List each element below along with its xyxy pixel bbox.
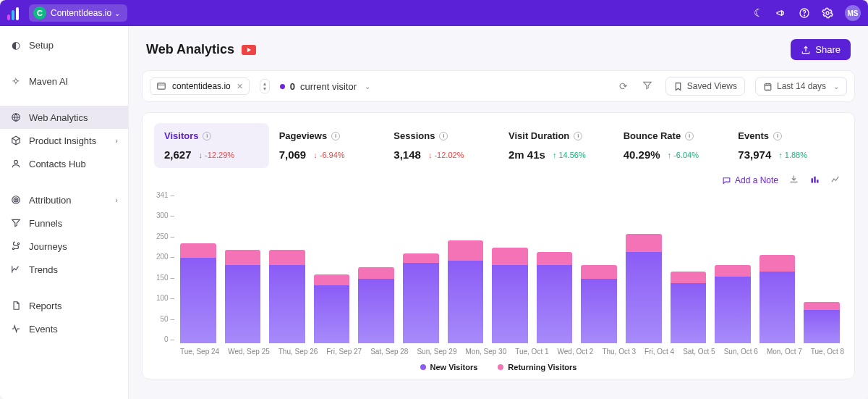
bookmark-icon <box>673 82 683 91</box>
legend-new-visitors[interactable]: New Visitors <box>420 363 478 371</box>
bar[interactable] <box>804 302 840 343</box>
kpi-bounce-rate[interactable]: Bounce Ratei40.29%↑ -6.04% <box>613 123 728 168</box>
bar-chart-icon[interactable] <box>809 174 820 187</box>
help-icon[interactable] <box>799 7 810 19</box>
moon-icon[interactable]: ☾ <box>752 7 764 19</box>
sidebar: ◐ Setup ✧ Maven AI Web Analytics Product… <box>0 26 129 399</box>
calendar-icon <box>763 82 773 91</box>
chevron-down-icon: ⌄ <box>114 9 120 17</box>
megaphone-icon[interactable] <box>775 7 787 19</box>
page-title: Web Analytics <box>146 42 234 57</box>
svg-rect-10 <box>158 83 166 89</box>
live-visitors[interactable]: 0 current visitor ⌄ <box>280 81 370 92</box>
document-icon <box>10 300 22 311</box>
page-header: Web Analytics Share <box>129 26 868 70</box>
live-dot-icon <box>280 84 285 89</box>
bar[interactable] <box>671 272 707 343</box>
user-icon <box>10 158 22 169</box>
svg-point-7 <box>15 199 17 201</box>
comment-icon <box>722 176 731 185</box>
filter-bar: contentideas.io ✕ ▴▾ 0 current visitor ⌄… <box>142 70 855 102</box>
domain-chip[interactable]: contentideas.io ✕ <box>150 77 250 95</box>
chevron-down-icon: ⌄ <box>365 83 370 91</box>
workspace-switcher[interactable]: C ContentIdeas.io ⌄ <box>29 4 127 22</box>
sidebar-item-reports[interactable]: Reports <box>0 294 128 317</box>
y-axis: 341 –300 –250 –200 –150 –100 –50 –0 – <box>154 191 177 343</box>
kpi-visitors[interactable]: Visitorsi2,627↓ -12.29% <box>154 123 269 168</box>
bar[interactable] <box>448 240 484 343</box>
download-icon[interactable] <box>788 174 799 187</box>
bar[interactable] <box>760 255 796 343</box>
info-icon: i <box>439 132 448 140</box>
bar[interactable] <box>581 265 617 343</box>
legend-returning-visitors[interactable]: Returning Visitors <box>498 363 576 371</box>
sidebar-item-product-insights[interactable]: Product Insights › <box>0 129 128 152</box>
user-avatar[interactable]: MS <box>845 5 861 21</box>
info-icon: i <box>331 132 340 140</box>
info-icon: i <box>574 132 582 140</box>
youtube-icon[interactable] <box>242 45 256 55</box>
bar[interactable] <box>358 267 394 343</box>
sidebar-item-funnels[interactable]: Funnels <box>0 211 128 235</box>
svg-point-2 <box>826 12 829 14</box>
bar[interactable] <box>492 248 528 343</box>
svg-point-6 <box>14 198 18 202</box>
window-icon <box>156 81 166 91</box>
chart-line-icon <box>10 264 22 275</box>
bar[interactable] <box>537 252 573 343</box>
svg-point-1 <box>804 15 804 16</box>
bar[interactable] <box>403 253 439 343</box>
svg-point-9 <box>17 243 19 244</box>
filter-icon[interactable] <box>642 80 655 93</box>
sidebar-item-web-analytics[interactable]: Web Analytics <box>0 106 128 129</box>
sidebar-item-journeys[interactable]: Journeys <box>0 235 128 258</box>
close-icon[interactable]: ✕ <box>237 82 243 91</box>
pulse-icon <box>10 323 22 335</box>
svg-rect-14 <box>817 180 819 182</box>
info-icon: i <box>773 132 782 140</box>
bar[interactable] <box>715 265 751 343</box>
domain-stepper[interactable]: ▴▾ <box>260 79 270 93</box>
brand-logo-icon[interactable] <box>7 6 22 20</box>
share-button[interactable]: Share <box>791 39 851 60</box>
spinner-icon: ◐ <box>10 39 22 51</box>
svg-rect-12 <box>812 178 814 182</box>
sidebar-item-maven-ai[interactable]: ✧ Maven AI <box>0 70 128 93</box>
funnel-icon <box>10 217 22 229</box>
bar[interactable] <box>626 234 662 343</box>
line-chart-icon[interactable] <box>830 174 841 187</box>
chevron-right-icon: › <box>115 196 118 204</box>
visitors-chart: 341 –300 –250 –200 –150 –100 –50 –0 – <box>154 191 843 343</box>
kpi-events[interactable]: Eventsi73,974↑ 1.88% <box>728 123 843 168</box>
kpi-pageviews[interactable]: Pageviewsi7,069↓ -6.94% <box>269 123 384 168</box>
kpi-visit-duration[interactable]: Visit Durationi2m 41s↑ 14.56% <box>498 123 613 168</box>
sidebar-item-contacts-hub[interactable]: Contacts Hub <box>0 152 128 175</box>
sidebar-item-setup[interactable]: ◐ Setup <box>0 33 128 56</box>
sidebar-item-events[interactable]: Events <box>0 317 128 340</box>
cube-icon <box>10 135 22 146</box>
svg-rect-13 <box>814 177 816 183</box>
route-icon <box>10 240 22 252</box>
kpi-sessions[interactable]: Sessionsi3,148↓ -12.02% <box>383 123 498 168</box>
workspace-name: ContentIdeas.io <box>51 8 111 18</box>
bar[interactable] <box>180 243 216 343</box>
workspace-avatar-icon: C <box>33 7 46 20</box>
x-axis: Tue, Sep 24Wed, Sep 25Thu, Sep 26Fri, Se… <box>177 343 843 356</box>
info-icon: i <box>685 132 694 140</box>
sidebar-item-attribution[interactable]: Attribution › <box>0 188 128 211</box>
refresh-icon[interactable]: ⟳ <box>619 80 632 92</box>
sidebar-item-trends[interactable]: Trends <box>0 258 128 281</box>
settings-gear-icon[interactable] <box>822 7 833 19</box>
bar[interactable] <box>269 250 305 343</box>
target-icon <box>10 194 22 206</box>
kpi-row: Visitorsi2,627↓ -12.29%Pageviewsi7,069↓ … <box>154 123 843 168</box>
chart-plot <box>177 191 843 343</box>
svg-point-8 <box>12 248 14 249</box>
analytics-card: Visitorsi2,627↓ -12.29%Pageviewsi7,069↓ … <box>142 112 855 379</box>
bar[interactable] <box>225 250 261 343</box>
date-range-button[interactable]: Last 14 days ⌄ <box>755 77 847 96</box>
saved-views-button[interactable]: Saved Views <box>665 77 745 96</box>
add-note-button[interactable]: Add a Note <box>722 175 778 185</box>
svg-point-5 <box>12 196 20 204</box>
bar[interactable] <box>314 274 350 343</box>
